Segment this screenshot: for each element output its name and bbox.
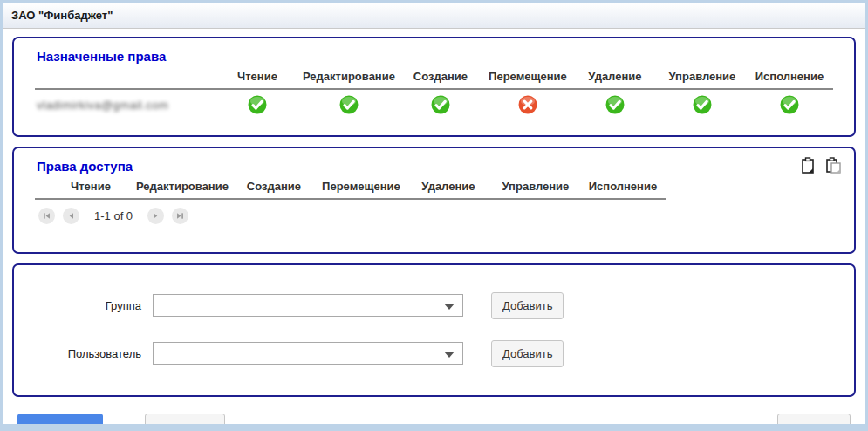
permission-granted-icon[interactable] (780, 95, 799, 114)
next-page-button[interactable] (147, 208, 164, 224)
user-select[interactable] (153, 342, 463, 365)
group-select[interactable] (153, 294, 463, 317)
column-header: Управление (492, 175, 579, 199)
column-header: Исполнение (746, 65, 833, 89)
add-group-button[interactable]: Добавить (491, 292, 564, 319)
permission-denied-icon[interactable] (518, 95, 537, 114)
column-header: Чтение (214, 65, 301, 89)
column-header: Чтение (47, 175, 134, 199)
advanced-link[interactable]: Дополнительно (251, 421, 339, 431)
column-header: Редактирование (301, 65, 397, 89)
access-rights-table: ЧтениеРедактированиеСозданиеПеремещениеУ… (35, 175, 666, 200)
group-row: Группа Добавить (35, 286, 833, 325)
access-rights-title: Права доступа (37, 159, 833, 174)
pagination-label: 1-1 of 0 (94, 209, 133, 222)
dialog-footer: Сохранить Отменить Дополнительно Закрыть (3, 407, 865, 431)
save-button[interactable]: Сохранить (17, 414, 103, 431)
chevron-down-icon (444, 352, 455, 358)
assigned-rights-title: Назначенные права (37, 49, 833, 64)
assigned-rights-table: ЧтениеРедактированиеСозданиеПеремещениеУ… (35, 65, 833, 120)
assigned-rights-panel: Назначенные права ЧтениеРедактированиеСо… (12, 37, 856, 137)
add-user-button[interactable]: Добавить (491, 340, 564, 367)
column-header: Создание (397, 65, 484, 89)
column-header: Перемещение (484, 65, 571, 89)
paste-icon[interactable] (825, 157, 842, 174)
access-rights-panel: Права доступа (12, 147, 856, 254)
first-page-button[interactable] (38, 208, 55, 224)
permission-granted-icon[interactable] (248, 95, 267, 114)
group-label: Группа (35, 299, 141, 312)
user-column-header (35, 65, 214, 89)
user-row: Пользователь Добавить (35, 334, 833, 373)
close-button[interactable]: Закрыть (777, 414, 851, 431)
last-page-button[interactable] (172, 208, 188, 224)
user-label: Пользователь (35, 347, 141, 360)
column-header: Удаление (405, 175, 492, 199)
pagination: 1-1 of 0 (38, 208, 833, 224)
permission-granted-icon[interactable] (339, 95, 359, 114)
chevron-down-icon (444, 304, 455, 310)
column-header: Исполнение (579, 175, 666, 199)
dialog-window: ЗАО "Финбаджет" Назначенные права Чтение… (0, 0, 868, 431)
permission-granted-icon[interactable] (693, 95, 712, 114)
permission-granted-icon[interactable] (431, 95, 450, 114)
column-header: Создание (230, 175, 318, 199)
user-email: vladimirkiva@gmail.com (37, 99, 168, 112)
column-header: Удаление (571, 65, 659, 89)
column-header: Управление (659, 65, 746, 89)
column-header: Редактирование (134, 175, 230, 199)
row-select-column-header (35, 175, 47, 199)
permission-granted-icon[interactable] (605, 95, 625, 114)
window-title: ЗАО "Финбаджет" (11, 9, 113, 22)
window-titlebar: ЗАО "Финбаджет" (3, 3, 865, 29)
column-header: Перемещение (318, 175, 405, 199)
add-permissions-panel: Группа Добавить Пользователь Добавить (12, 263, 856, 397)
table-row: vladimirkiva@gmail.com (35, 89, 833, 120)
copy-icon[interactable] (800, 157, 817, 174)
cancel-button[interactable]: Отменить (145, 414, 225, 431)
dialog-content: Назначенные права ЧтениеРедактированиеСо… (3, 29, 865, 397)
access-rights-toolbar (800, 157, 842, 174)
previous-page-button[interactable] (63, 208, 79, 224)
